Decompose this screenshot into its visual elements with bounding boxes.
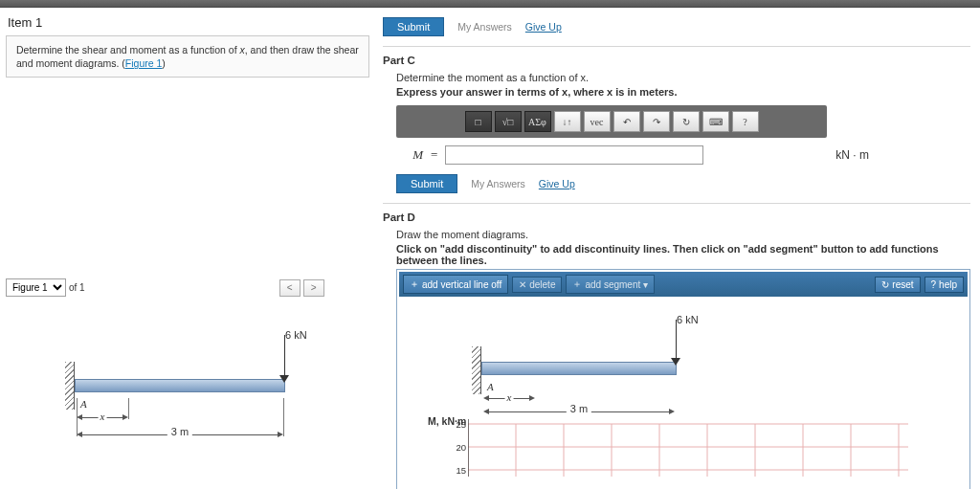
answer-unit: kN · m <box>835 148 869 162</box>
divider <box>383 203 970 204</box>
dim-x: x <box>483 392 535 406</box>
tb-sqrt-icon[interactable]: √□ <box>495 111 522 132</box>
figure-prev-button[interactable]: < <box>279 279 301 297</box>
figure-link[interactable]: Figure 1 <box>125 57 163 69</box>
answer-row: M = kN · m <box>396 145 970 165</box>
ytick: 25 <box>453 419 466 430</box>
help-button[interactable]: ?help <box>924 277 964 293</box>
add-segment-button[interactable]: ＋add segment▾ <box>566 275 655 294</box>
fixed-support-icon <box>65 362 75 410</box>
figure-next-button[interactable]: > <box>303 279 324 297</box>
force-label: 6 kN <box>677 314 699 325</box>
beam-shape <box>75 379 285 392</box>
part-d-prompt1: Draw the moment diagrams. <box>396 229 970 240</box>
problem-description: Determine the shear and moment as a func… <box>6 35 369 78</box>
point-a-label: A <box>487 381 494 392</box>
give-up-link[interactable]: Give Up <box>539 178 575 189</box>
part-d-prompt2: Click on "add discontinuity" to add disc… <box>396 243 970 266</box>
tb-greek-icon[interactable]: ΑΣφ <box>524 111 551 132</box>
submit-button[interactable]: Submit <box>396 174 457 193</box>
math-toolbar: □ √□ ΑΣφ ↓↑ vec ↶ ↷ ↻ ⌨ ? <box>396 105 827 138</box>
force-label: 6 kN <box>285 329 307 341</box>
part-c-prompt1: Determine the moment as a function of x. <box>396 72 970 83</box>
plot-grid <box>468 419 927 477</box>
moment-plot[interactable]: M, kN·m 25 20 15 <box>418 419 954 488</box>
ytick: 15 <box>453 465 466 476</box>
tb-redo-icon[interactable]: ↷ <box>643 111 670 132</box>
submit-row-c: Submit My Answers Give Up <box>396 174 970 193</box>
my-answers-link[interactable]: My Answers <box>457 21 512 33</box>
point-a-label: A <box>80 398 87 410</box>
graph-panel: ＋add vertical line off ✕delete ＋add segm… <box>396 269 970 489</box>
tb-template-icon[interactable]: □ <box>465 111 492 132</box>
tb-sort-icon[interactable]: ↓↑ <box>554 111 581 132</box>
my-answers-link[interactable]: My Answers <box>471 178 525 189</box>
desc-close: ) <box>162 57 166 69</box>
tb-undo-icon[interactable]: ↶ <box>613 111 640 132</box>
dim-span: 3 m <box>77 429 283 442</box>
graph-toolbar: ＋add vertical line off ✕delete ＋add segm… <box>399 272 968 297</box>
tb-help-icon[interactable]: ? <box>732 111 759 132</box>
app-topbar <box>0 0 980 8</box>
moment-input[interactable] <box>445 145 703 165</box>
dim-span: 3 m <box>483 406 675 419</box>
reset-button[interactable]: ↻reset <box>875 277 920 293</box>
fixed-support-icon <box>472 346 481 394</box>
tb-vec-icon[interactable]: vec <box>584 111 611 132</box>
divider <box>383 46 970 47</box>
beam-shape <box>481 362 677 375</box>
dim-tick <box>128 398 129 419</box>
answer-var: M <box>396 147 423 163</box>
add-vertical-line-button[interactable]: ＋add vertical line off <box>403 275 508 294</box>
part-c-title: Part C <box>383 55 970 66</box>
desc-text-1: Determine the shear and moment as a func… <box>16 44 239 56</box>
submit-button[interactable]: Submit <box>383 17 444 36</box>
part-c-prompt2: Express your answer in terms of x, where… <box>396 86 970 98</box>
ytick: 20 <box>453 442 466 453</box>
delete-button[interactable]: ✕delete <box>512 277 562 293</box>
figure-select[interactable]: Figure 1 <box>7 279 65 296</box>
force-arrow-icon <box>671 320 680 366</box>
part-d-title: Part D <box>383 211 970 223</box>
dim-x: x <box>77 411 128 425</box>
figure-of-label: of 1 <box>66 282 88 293</box>
graph-figure: A 6 kN x 3 m <box>399 302 968 417</box>
submit-row-top: Submit My Answers Give Up <box>383 17 970 36</box>
dim-tick <box>283 398 284 436</box>
force-arrow-icon <box>279 335 289 383</box>
tb-reset-icon[interactable]: ↻ <box>673 111 700 132</box>
answer-eq: = <box>431 147 437 163</box>
figure-controls: Figure 1 of 1 < > <box>6 278 369 297</box>
give-up-link[interactable]: Give Up <box>525 21 562 33</box>
tb-keyboard-icon[interactable]: ⌨ <box>702 111 729 132</box>
item-title: Item 1 <box>8 15 369 30</box>
figure-canvas: A 6 kN x 3 m <box>6 308 360 461</box>
